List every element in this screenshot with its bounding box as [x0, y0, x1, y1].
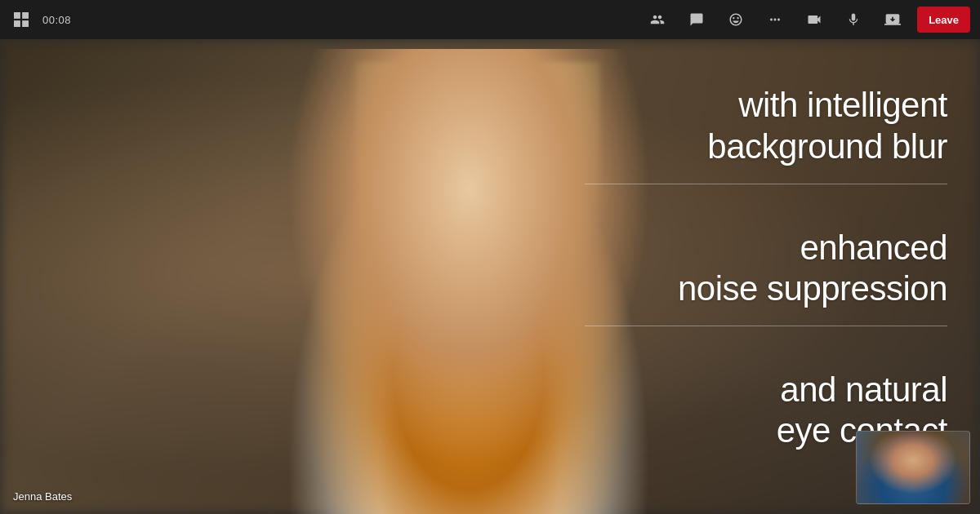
text-block-blur: with intelligent background blur: [585, 85, 947, 184]
chat-icon: [689, 12, 704, 27]
overlay-line-2b: noise suppression: [585, 268, 947, 309]
svg-rect-1: [22, 12, 29, 19]
svg-rect-2: [14, 20, 20, 27]
people-icon: [650, 12, 665, 27]
topbar: 00:08: [0, 0, 980, 39]
apps-icon-button[interactable]: [10, 8, 33, 31]
svg-rect-0: [14, 12, 20, 19]
participant-name-label: Jenna Bates: [13, 490, 72, 503]
more-button[interactable]: [760, 5, 790, 34]
app-container: 00:08: [0, 0, 980, 514]
self-view-person: [857, 432, 969, 503]
text-block-noise: enhanced noise suppression: [585, 228, 947, 327]
camera-icon: [806, 11, 822, 28]
leave-label: Leave: [929, 14, 959, 26]
more-icon: [768, 12, 782, 27]
reactions-button[interactable]: [721, 5, 751, 34]
svg-rect-3: [22, 20, 29, 27]
self-view-thumbnail[interactable]: [856, 431, 970, 504]
leave-button[interactable]: Leave: [917, 7, 970, 33]
overlay-line-3a: and natural: [585, 370, 947, 410]
microphone-icon: [846, 12, 861, 27]
microphone-button[interactable]: [839, 5, 868, 34]
camera-button[interactable]: [800, 5, 829, 34]
share-screen-button[interactable]: [878, 5, 907, 34]
grid-icon: [14, 12, 29, 27]
chat-button[interactable]: [682, 5, 711, 34]
video-area: with intelligent background blur enhance…: [0, 39, 980, 514]
reactions-icon: [728, 12, 743, 27]
people-button[interactable]: [643, 5, 672, 34]
share-screen-icon: [884, 11, 901, 28]
overlay-line-1b: background blur: [585, 126, 947, 167]
overlay-line-2a: enhanced: [585, 228, 947, 268]
overlay-line-1a: with intelligent: [585, 85, 947, 126]
call-timer: 00:08: [42, 14, 71, 26]
